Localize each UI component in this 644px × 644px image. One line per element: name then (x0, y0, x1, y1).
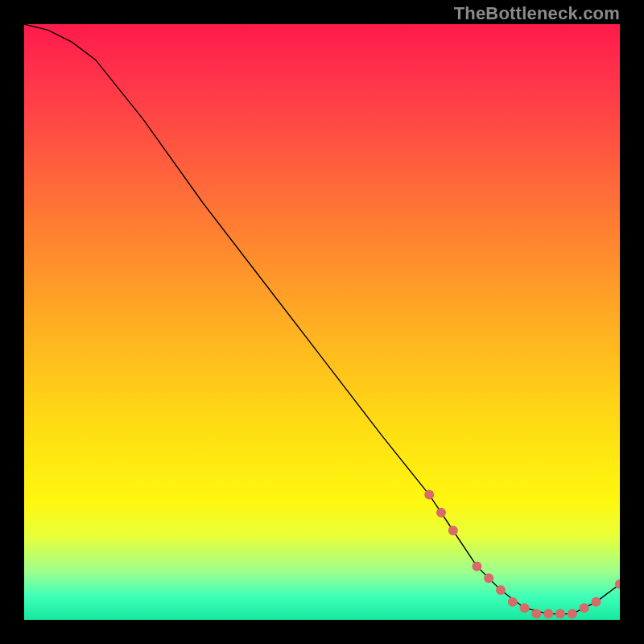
plot-svg (24, 24, 620, 620)
data-marker (436, 508, 446, 518)
watermark-text: TheBottleneck.com (454, 3, 620, 24)
plot-area (24, 24, 620, 620)
data-marker (448, 526, 458, 535)
data-marker (508, 597, 518, 607)
data-markers (424, 490, 620, 619)
data-marker (531, 609, 541, 619)
data-marker (580, 603, 589, 613)
data-marker (520, 603, 530, 613)
chart-root: TheBottleneck.com (0, 0, 644, 644)
data-marker (591, 597, 601, 607)
data-marker (496, 585, 506, 595)
bottleneck-curve (24, 24, 620, 614)
data-marker (484, 573, 493, 583)
data-marker (568, 609, 577, 619)
data-marker (543, 609, 553, 619)
data-marker (424, 490, 434, 500)
data-marker (555, 609, 565, 619)
data-marker (472, 561, 481, 571)
